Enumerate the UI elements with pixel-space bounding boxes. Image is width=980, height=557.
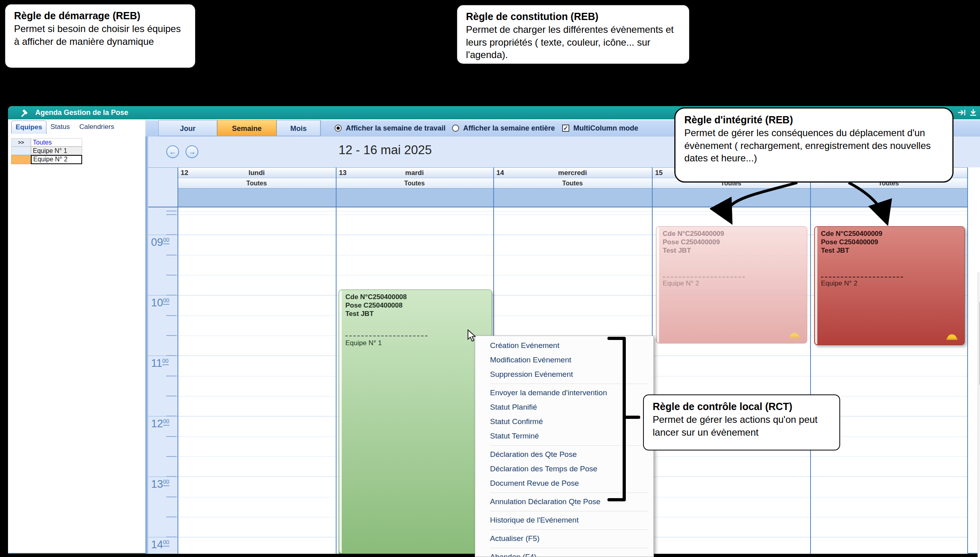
team-row-marker <box>11 147 31 155</box>
team-row-equipe1[interactable]: Equipe N° 1 <box>31 147 82 155</box>
right-arrow-icon: → <box>188 148 196 156</box>
day-header-lundi[interactable]: 12 lundi <box>177 167 336 178</box>
team-row-toutes[interactable]: Toutes <box>31 138 82 147</box>
menu-item-envoyer-demande[interactable]: Envoyer la demande d'intervention <box>475 386 653 400</box>
day-name: mardi <box>405 169 423 177</box>
app-icon <box>20 108 30 118</box>
callout-demarrage: Règle de démarrage (REB) Permet si besoi… <box>4 3 196 69</box>
allday-band[interactable] <box>493 188 652 208</box>
callout-title: Règle de constitution (REB) <box>466 11 680 22</box>
column-border <box>967 167 968 554</box>
event-subject: Test JBT <box>821 246 960 255</box>
callout-body: Permet de gérer les actions qu'on peut l… <box>653 413 831 438</box>
allday-band[interactable] <box>810 188 967 208</box>
download-icon[interactable] <box>970 109 977 116</box>
menu-separator <box>490 511 648 511</box>
resource-header[interactable]: Toutes <box>336 178 493 189</box>
resource-header[interactable]: Toutes <box>493 178 652 189</box>
tab-status[interactable]: Status <box>46 121 74 133</box>
pin-right-icon[interactable] <box>958 109 966 116</box>
radio-semaine-travail[interactable] <box>335 125 342 132</box>
event-red-equipe2[interactable]: Cde N°C250400009 Pose C250400009 Test JB… <box>814 226 965 345</box>
tab-equipes[interactable]: Equipes <box>11 121 46 134</box>
day-header-mercredi[interactable]: 14 mercredi <box>493 167 652 178</box>
resource-header[interactable]: Toutes <box>177 178 336 189</box>
left-arrow-icon: ← <box>169 148 176 156</box>
checkbox-label: MultiColumn mode <box>573 124 638 133</box>
view-button-jour[interactable]: Jour <box>158 120 217 136</box>
event-separator <box>345 336 427 336</box>
team-row-marker-active <box>11 155 31 164</box>
callout-constitution: Règle de constitution (REB) Permet de ch… <box>456 4 690 65</box>
callout-title: Règle de contrôle local (RCT) <box>653 401 831 412</box>
view-button-semaine[interactable]: Semaine <box>217 120 276 136</box>
panel-left-edge <box>145 137 148 554</box>
team-row-equipe2[interactable]: Equipe N° 2 <box>31 155 82 164</box>
callout-controle-local: Règle de contrôle local (RCT) Permet de … <box>643 394 840 450</box>
gutter-corner <box>148 167 177 207</box>
tab-calendriers[interactable]: Calendriers <box>75 121 118 133</box>
tab-label: Calendriers <box>79 123 114 131</box>
menu-item-suppression[interactable]: Suppression Evénement <box>475 367 653 382</box>
view-button-mois[interactable]: Mois <box>276 120 321 136</box>
cursor-icon <box>467 329 479 343</box>
tab-label: Status <box>50 123 70 131</box>
event-pink-ghost-equipe2[interactable]: Cde N°C250400009 Pose C250400009 Test JB… <box>656 226 807 344</box>
day-number: 15 <box>655 168 663 178</box>
column-border <box>336 167 337 554</box>
menu-item-declaration-temps[interactable]: Déclaration des Temps de Pose <box>475 462 653 476</box>
event-context-menu: Création Evénement Modification Evénemen… <box>475 336 654 557</box>
menu-item-creation[interactable]: Création Evénement <box>475 338 653 353</box>
menu-separator <box>490 548 648 548</box>
event-team: Equipe N° 1 <box>345 339 488 347</box>
menu-separator <box>490 493 648 493</box>
allday-band[interactable] <box>336 188 493 208</box>
day-header-mardi[interactable]: 13 mardi <box>336 167 493 178</box>
checkbox-multicolumn[interactable]: ✓ <box>562 125 569 132</box>
event-order: Cde N°C250400009 <box>663 229 803 238</box>
menu-item-annulation-declaration[interactable]: Annulation Déclaration Qte Pose <box>475 495 653 509</box>
day-name: lundi <box>248 169 265 177</box>
event-team: Equipe N° 2 <box>821 279 960 288</box>
toolbar-divider <box>321 120 321 136</box>
menu-item-statut-confirme[interactable]: Statut Confirmé <box>475 414 653 429</box>
menu-item-declaration-qte[interactable]: Déclaration des Qte Pose <box>475 447 653 462</box>
event-pose: Pose C250400008 <box>345 301 488 310</box>
radio-label: Afficher la semaine de travail <box>346 124 446 133</box>
event-team: Equipe N° 2 <box>663 279 803 288</box>
next-week-button[interactable]: → <box>186 145 198 158</box>
radio-semaine-entiere[interactable] <box>452 125 459 132</box>
menu-separator <box>490 384 648 384</box>
event-separator <box>663 277 745 277</box>
allday-band[interactable] <box>652 188 810 208</box>
menu-item-modification[interactable]: Modification Evénement <box>475 353 653 367</box>
callout-body: Permet si besoin de choisir les équipes … <box>14 22 186 48</box>
menu-separator <box>490 445 648 446</box>
event-separator <box>821 277 903 277</box>
day-name: mercredi <box>558 169 587 177</box>
menu-item-historique[interactable]: Historique de l'Evénement <box>475 513 653 527</box>
event-order: Cde N°C250400008 <box>345 293 488 301</box>
collapse-button[interactable]: >> <box>11 138 31 147</box>
vertical-scrollbar[interactable] <box>978 272 980 557</box>
allday-band[interactable] <box>177 188 336 208</box>
menu-item-statut-termine[interactable]: Statut Terminé <box>475 429 653 443</box>
menu-item-actualiser[interactable]: Actualiser (F5) <box>475 531 653 546</box>
radio-label: Afficher la semaine entière <box>463 124 555 133</box>
window-title: Agenda Gestion de la Pose <box>35 109 128 117</box>
menu-item-document-revue[interactable]: Document Revue de Pose <box>475 476 653 491</box>
event-pose: Pose C250400009 <box>663 238 803 246</box>
menu-item-statut-planifie[interactable]: Statut Planifié <box>475 400 653 414</box>
column-border <box>810 167 811 554</box>
sidebar-panel: Equipes Status Calendriers >> Toutes Equ… <box>8 119 146 553</box>
callout-title: Règle d'intégrité (REB) <box>684 114 944 126</box>
allday-bottom-border <box>148 207 968 207</box>
event-pose: Pose C250400009 <box>821 238 960 246</box>
tab-label: Equipes <box>16 123 42 131</box>
day-number: 13 <box>339 168 347 178</box>
callout-integrite: Règle d'intégrité (REB) Permet de gérer … <box>674 107 954 183</box>
event-order: Cde N°C250400009 <box>821 229 960 238</box>
menu-item-abandon[interactable]: Abandon (F4) <box>475 550 653 557</box>
hardhat-icon <box>946 333 958 341</box>
prev-week-button[interactable]: ← <box>166 145 179 158</box>
